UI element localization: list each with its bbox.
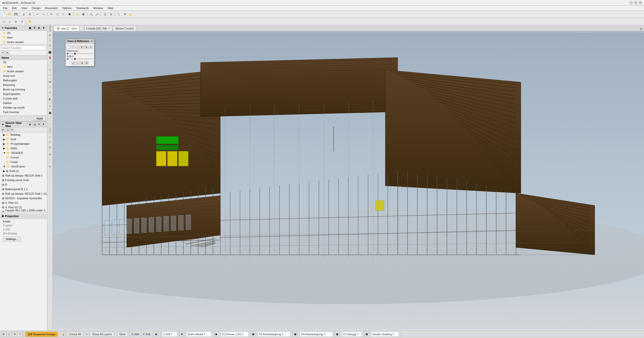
unlock-all-button[interactable]: Unlock All: [67, 332, 83, 337]
lt-arc-btn[interactable]: ◡: [48, 121, 53, 126]
lt-column-btn[interactable]: ⬡: [48, 85, 53, 90]
vm-item-plan02[interactable]: ⊞ 4. Plan 02: [0, 200, 47, 205]
fav-settings-icon[interactable]: ⚙: [42, 26, 46, 30]
trace-action-1[interactable]: ◻: [71, 61, 75, 65]
lt-north-btn[interactable]: ↑: [48, 157, 53, 162]
name-item-areal-rom[interactable]: Areal rom: [0, 74, 47, 78]
tb-btn-17[interactable]: ◫: [102, 12, 108, 17]
name-item-detaljer[interactable]: Detaljer og utsnitt: [0, 105, 47, 110]
lt-rotate-btn[interactable]: ↻: [48, 43, 53, 48]
tb-btn-11[interactable]: ▽: [61, 12, 66, 17]
favorites-header[interactable]: ▼ Favorites ▦ ☰ ⊞ ⚙: [0, 25, 47, 31]
sb-icon-5[interactable]: ⊞: [179, 332, 184, 337]
trace-action-2[interactable]: ○: [76, 61, 80, 65]
lt-beam-btn[interactable]: ━: [48, 90, 53, 95]
lt-window-btn[interactable]: ⬜: [48, 60, 53, 65]
vm-item-snitt1[interactable]: ▶ ⊞ Snitt (1): [0, 169, 47, 173]
trace-ref-slider[interactable]: [69, 53, 93, 54]
vm-icon-1[interactable]: ⊕: [28, 122, 32, 126]
fav-icon-2[interactable]: ☰: [32, 26, 36, 30]
tb-btn-12[interactable]: ⬢: [67, 12, 72, 17]
trace-icon-1[interactable]: ↑: [71, 45, 75, 49]
vm-item-inside[interactable]: 📁 Inside: [0, 160, 47, 164]
sb-icon-4[interactable]: ⬡: [18, 332, 23, 337]
sb-icon-3[interactable]: ⚙: [12, 332, 17, 337]
fav-item-aker[interactable]: 📁 Aker: [0, 35, 47, 40]
tb-btn-13[interactable]: ⚡: [74, 12, 80, 17]
vm-item-forslag[interactable]: ⊞ Forslag renne Snitt: [0, 178, 47, 182]
vm-item-belkliag[interactable]: ▶ 📁 Belkliag: [0, 132, 47, 137]
print-button[interactable]: 🖨: [21, 12, 26, 17]
vm-item-dwg[interactable]: ▶ 📁 DWG: [0, 146, 47, 151]
viewport[interactable]: Trace & Reference ✕ ↑ ↓ ⟳ ⊕ ✕ R: [53, 31, 644, 330]
scale-dropdown[interactable]: 1:100 ▼: [162, 332, 177, 337]
layer-dropdown[interactable]: 03 Arbeidstegning ▼: [258, 332, 291, 337]
trace-icon-3[interactable]: ⟳: [80, 45, 84, 49]
name-item-aker[interactable]: 📁 Aker: [0, 64, 47, 69]
tab-settings-icon[interactable]: ⚙: [639, 27, 643, 31]
vm-row-icon-1[interactable]: ⊕: [1, 128, 5, 132]
tb2-btn-1[interactable]: ◻: [1, 19, 7, 24]
menu-view[interactable]: View: [19, 6, 29, 10]
vm-row-icon-3[interactable]: ✕: [10, 128, 14, 132]
tab-hav[interactable]: 🏠 Hav [1 - Hod: [54, 26, 79, 31]
tb-btn-19[interactable]: 🔧: [116, 12, 122, 17]
lt-cursor-btn[interactable]: ↖: [48, 38, 53, 43]
lt-door-btn[interactable]: 🚪: [48, 55, 53, 60]
lt-wall-btn[interactable]: ⬛: [48, 50, 53, 55]
save-button[interactable]: 💾: [13, 12, 19, 17]
name-item-balkongdor[interactable]: Balkongdor: [0, 78, 47, 83]
vm-item-fasade[interactable]: ⊞ Fasade 90 x 180 x 2696 under 2-04: [0, 210, 47, 212]
vm-row-icon-2[interactable]: ◻: [6, 128, 10, 132]
menu-teamwork[interactable]: Teamwork: [74, 6, 91, 10]
menu-document[interactable]: Document: [43, 6, 60, 10]
vm-item-raft2[interactable]: ⊞ Raft og takopp. REI120 Snitt 1 (1): [0, 191, 47, 196]
tb2-btn-5[interactable]: ✋: [27, 19, 32, 24]
scale-icon[interactable]: ▣: [154, 332, 159, 337]
vm-icon-4[interactable]: ✕: [42, 122, 46, 126]
sb-icon-1[interactable]: ⊕: [1, 332, 6, 337]
minimize-button[interactable]: ─: [629, 1, 633, 5]
show-all-layers-button[interactable]: Show All Layers: [90, 332, 114, 337]
lt-stair-btn[interactable]: ▤: [48, 79, 53, 84]
sb-layer2-icon[interactable]: ▣: [335, 332, 340, 337]
properties-header[interactable]: ▶ Properties: [1, 213, 47, 219]
name-item-dekker[interactable]: Dekker: [0, 101, 47, 105]
tb-btn-21[interactable]: 📐: [128, 12, 134, 17]
sb-model-icon[interactable]: ◉: [214, 332, 219, 337]
tab-action-center[interactable]: [Action Center]: [113, 26, 137, 31]
name-item-belysning[interactable]: Belysning: [0, 83, 47, 87]
menu-help[interactable]: Help: [106, 6, 115, 10]
suspend-groups-button[interactable]: 188 Suspend Groups: [25, 332, 58, 337]
lt-ai-btn[interactable]: AI: [48, 164, 53, 169]
lt-arrow-btn[interactable]: ▲: [48, 32, 53, 38]
redo-button[interactable]: ↪: [41, 12, 46, 17]
vm-icon-2[interactable]: ◻: [32, 122, 36, 126]
lt-docu-btn[interactable]: Docu: [48, 128, 52, 133]
lt-text-btn[interactable]: T: [48, 140, 53, 145]
name-item-2d[interactable]: 2D: [0, 60, 47, 64]
vm-item-prosjekt[interactable]: ▶ 📁 Prosjektdetaljer: [0, 142, 47, 146]
menu-window[interactable]: Window: [91, 6, 105, 10]
vm-item-503[interactable]: ⊞ 503323 - Kappliste styresyiller: [0, 196, 47, 200]
apply-button[interactable]: Apply: [34, 116, 46, 121]
vm-item-b[interactable]: ⊞ B: [0, 182, 47, 187]
trace-checkbox[interactable]: [67, 46, 70, 49]
tb-btn-14[interactable]: ➕: [80, 12, 86, 17]
sb-pen-icon[interactable]: ▣: [251, 332, 256, 337]
name-item-curtain[interactable]: Curtain wall: [0, 96, 47, 101]
sb-icon-2[interactable]: ◻: [7, 332, 12, 337]
vm-item-render[interactable]: ▼ 📁 RENDER: [0, 151, 47, 155]
close-button[interactable]: ✕: [638, 1, 642, 5]
vm-item-snitt[interactable]: ▶ 📁 Snitt: [0, 137, 47, 142]
vm-icon-3[interactable]: ✕: [37, 122, 41, 126]
tab-inside-close-icon[interactable]: ✕: [108, 27, 110, 30]
open-button[interactable]: 📂: [7, 12, 13, 17]
lt-label-btn[interactable]: 🏷: [48, 145, 53, 150]
lt-line-btn[interactable]: ╱: [48, 116, 53, 121]
settings-button[interactable]: Settings...: [3, 236, 21, 242]
lt-object-btn[interactable]: ♦: [48, 104, 53, 109]
lt-zone-btn[interactable]: ◧: [48, 97, 53, 102]
tb2-btn-3[interactable]: ⊕: [13, 19, 19, 24]
vm-item-archframe[interactable]: ▼ 📁 ArchFrame: [0, 164, 47, 169]
